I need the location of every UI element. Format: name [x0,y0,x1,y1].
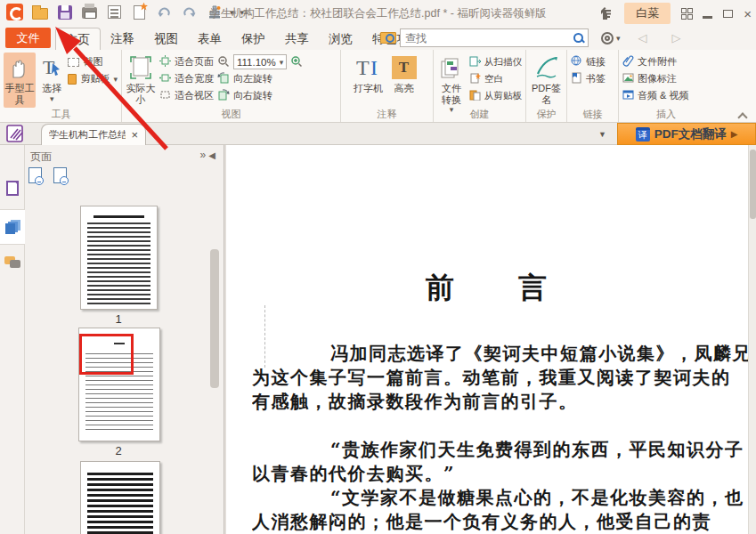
pages-panel-title: 页面 [30,150,52,165]
pages-panel: 页面 »◀ 1 2 [25,145,224,534]
hand-pointer-icon[interactable] [597,5,614,21]
layout-grid-icon[interactable] [681,8,692,19]
restore-button[interactable] [723,10,733,18]
from-scanner-button[interactable]: 从扫描仪 [469,54,522,69]
hand-tool-label: 手型工具 [4,83,36,105]
page-thumbnail-1[interactable] [80,206,158,310]
search-icon[interactable] [573,32,585,44]
tab-form[interactable]: 表单 [188,28,232,50]
zoom-out-icon[interactable] [217,55,230,69]
body-area: 页面 »◀ 1 2 前 言 [0,145,756,534]
comments-panel-button[interactable] [0,247,25,279]
panel-controls[interactable]: »◀ [200,149,218,161]
gear-icon[interactable] [601,32,614,44]
fit-width-button[interactable]: 适合宽度 [159,71,214,86]
user-account-button[interactable]: 白菜 [624,3,671,24]
page-thumbnail-3[interactable] [80,461,160,534]
bookmarks-icon [6,181,19,196]
page-thumbnail-2[interactable] [78,328,160,441]
zoom-level-value: 111.10% [237,57,276,68]
thumb1-text-lines [87,222,150,304]
zoom-in-icon[interactable] [290,55,303,69]
tab-home[interactable]: 主页 [55,28,101,50]
pdf-sign-button[interactable]: PDF签名 [531,53,563,105]
page-next-chevron[interactable]: ▷ [672,31,681,44]
highlight-button[interactable]: T 高亮 [387,53,421,94]
main-scrollbar-thumb[interactable] [750,150,756,219]
convert-button[interactable]: 文件转换 ▾ [437,53,466,115]
hand-tool-button[interactable]: 手型工具 [4,53,36,108]
current-view-rectangle [79,334,134,375]
gear-dropdown-caret[interactable]: ▾ [616,34,621,43]
fit-page-icon [159,55,171,69]
bookmark-button[interactable]: 书签 [571,71,606,86]
group-label-insert: 插入 [619,108,713,121]
minimize-button[interactable] [703,16,712,19]
image-annot-button[interactable]: 图像标注 [622,71,688,86]
actual-size-button[interactable]: 实际大小 [126,53,156,105]
pdf-translate-button[interactable]: 译 PDF文档翻译 ▶ [617,123,756,145]
page-prev-chevron[interactable]: ◁ [638,31,647,44]
rotate-right-button[interactable]: 向右旋转 [217,88,322,103]
pages-panel-button[interactable] [0,209,25,245]
highlight-icon: T [392,54,417,81]
fit-visible-button[interactable]: 适合视区 [159,88,214,103]
ribbon-collapse-chevron[interactable] [738,113,747,118]
document-tab[interactable]: 学生机构工作总结：校... × [41,124,146,145]
thumbnail-zoom-in-icon[interactable] [28,167,42,183]
tab-comment[interactable]: 注释 [101,28,144,50]
file-menu-button[interactable]: 文件 [5,28,51,48]
close-button[interactable]: × [744,7,752,20]
zoom-level-box[interactable]: 111.10%▾ [233,54,287,69]
blank-doc-icon [469,72,481,85]
from-clipboard-button[interactable]: 从剪贴板 [469,88,522,103]
page-number-1: 1 [78,312,159,326]
sidebar-scrollbar-thumb[interactable] [210,249,219,388]
search-folder-icon[interactable] [380,32,396,44]
blank-doc-button[interactable]: 空白 [469,71,522,86]
from-clipboard-label: 从剪贴板 [484,90,522,102]
thumbnail-zoom-out-icon[interactable] [53,167,67,183]
tab-share[interactable]: 共享 [275,28,319,50]
panel-expand-icon[interactable]: » [200,149,209,161]
tab-list-caret[interactable]: ▼ [598,130,606,139]
pdf-text-line: 人消愁解闷的；他是一个负有义务的人，他受自己的责 [252,510,749,534]
typewriter-button[interactable]: TI 打字机 [354,53,384,94]
fit-page-button[interactable]: 适合页面 [159,54,214,69]
ribbon-group-create: 文件转换 ▾ 从扫描仪 空白 从剪贴板 创建 [434,50,526,122]
snapshot-button[interactable]: 截图 [68,54,118,69]
group-label-protect: 保护 [526,108,566,121]
fit-page-label: 适合页面 [175,55,214,69]
link-button[interactable]: 链接 [571,54,606,69]
rotate-left-button[interactable]: 向左旋转 [217,71,322,86]
ribbon-group-insert: 文件附件 图像标注 音频 & 视频 插入 [619,50,713,122]
tab-protect[interactable]: 保护 [232,28,275,50]
rotate-left-label: 向左旋转 [233,72,272,85]
fit-width-icon [159,72,171,85]
tab-browse[interactable]: 浏览 [319,28,362,50]
fit-width-label: 适合宽度 [175,72,214,85]
audio-video-label: 音频 & 视频 [638,89,688,102]
group-label-view: 视图 [122,108,340,121]
clipboard-icon [68,74,77,85]
menu-bar: 文件 主页 注释 视图 表单 保护 共享 浏览 特色功能 云服务 帮助 ▾ ◁ … [0,25,756,50]
clipboard-button[interactable]: 剪贴板 ▾ [68,71,118,86]
document-tab-bar: 学生机构工作总结：校... × ▼ 译 PDF文档翻译 ▶ [0,123,756,145]
select-tool-button[interactable]: T 选择 ▾ [39,53,64,103]
tab-close-icon[interactable]: × [131,129,138,141]
pdf-text-line: 冯加同志选译了《契诃夫中短篇小说集》，凤麟兄和译 [252,342,749,366]
panel-collapse-icon[interactable]: ◀ [208,150,218,160]
pdf-sign-icon [534,54,559,81]
search-input[interactable] [401,32,573,44]
link-icon [571,55,582,69]
tab-view[interactable]: 视图 [144,28,188,50]
convert-label: 文件转换 [437,83,466,105]
main-scrollbar[interactable] [748,145,756,534]
file-attach-button[interactable]: 文件附件 [622,54,688,69]
from-scanner-label: 从扫描仪 [484,56,522,69]
highlight-label: 高亮 [394,83,414,94]
audio-video-button[interactable]: 音频 & 视频 [622,88,688,103]
bookmarks-panel-button[interactable] [0,172,25,204]
group-label-tools: 工具 [0,108,122,121]
typewriter-icon: TI [355,54,382,81]
